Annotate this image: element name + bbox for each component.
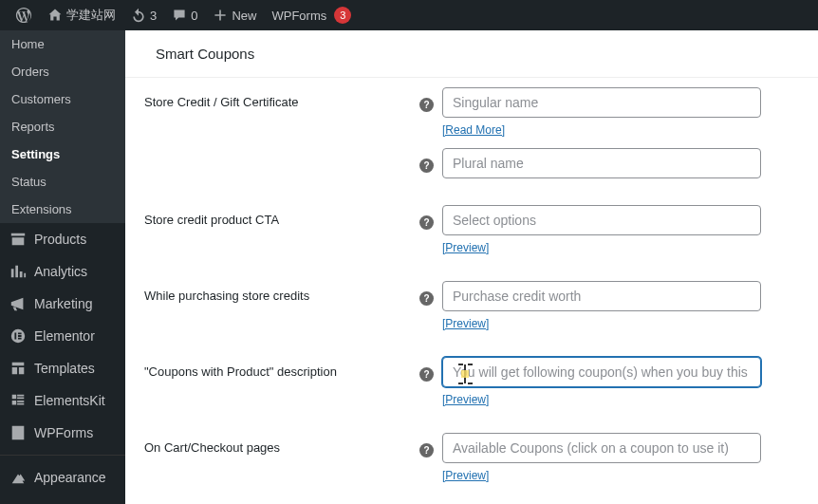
site-link[interactable]: 学建站网 (40, 0, 123, 30)
help-icon[interactable]: ? (419, 159, 434, 173)
sidebar-sub-status[interactable]: Status (0, 168, 125, 196)
sidebar-item-label: Elementor (34, 328, 95, 344)
new-label: New (232, 9, 256, 23)
sidebar-sub-reports[interactable]: Reports (0, 113, 125, 140)
sidebar-item-label: Products (34, 232, 86, 247)
updates-link[interactable]: 3 (123, 0, 164, 30)
settings-body: Store Credit / Gift Certificate ? [Read … (125, 78, 818, 504)
page-title: Smart Coupons (125, 30, 818, 78)
sidebar-item-label: Appearance (34, 470, 106, 485)
preview-link[interactable]: [Preview] (442, 393, 489, 406)
wpforms-link[interactable]: WPForms 3 (264, 0, 359, 30)
sidebar-sub-orders[interactable]: Orders (0, 58, 125, 85)
singular-name-input[interactable] (442, 87, 761, 118)
updates-count: 3 (150, 9, 157, 23)
purchasing-input[interactable] (442, 281, 761, 311)
row-store-credit-plural: ? (144, 148, 799, 178)
preview-link[interactable]: [Preview] (442, 317, 489, 330)
sidebar-separator (0, 455, 125, 456)
sidebar-item-analytics[interactable]: Analytics (0, 255, 125, 288)
analytics-icon (9, 263, 27, 280)
row-coupons-desc: "Coupons with Product" description ? [Pr… (144, 357, 799, 406)
label-coupons-desc: "Coupons with Product" description (144, 357, 419, 379)
preview-link[interactable]: [Preview] (442, 469, 489, 482)
sidebar-item-elementor[interactable]: Elementor (0, 320, 125, 352)
wp-logo[interactable] (8, 0, 40, 30)
sidebar-item-appearance[interactable]: Appearance (0, 461, 125, 494)
comment-icon (172, 8, 187, 23)
sidebar-item-elementskit[interactable]: ElementsKit (0, 384, 125, 417)
refresh-icon (131, 8, 146, 23)
sidebar-sub-home[interactable]: Home (0, 30, 125, 58)
row-cta: Store credit product CTA ? [Preview] (144, 205, 799, 254)
comments-link[interactable]: 0 (164, 0, 205, 30)
label-store-credit: Store Credit / Gift Certificate (144, 87, 419, 109)
wpforms-badge: 3 (334, 7, 351, 24)
plus-icon (213, 8, 228, 23)
label-purchasing: While purchasing store credits (144, 281, 419, 303)
templates-icon (9, 360, 27, 377)
row-purchasing: While purchasing store credits ? [Previe… (144, 281, 799, 330)
sidebar-item-products[interactable]: Products (0, 223, 125, 255)
help-icon[interactable]: ? (419, 215, 434, 230)
help-icon[interactable]: ? (419, 98, 434, 112)
coupons-desc-input[interactable] (442, 357, 761, 387)
products-icon (9, 231, 27, 248)
row-store-credit: Store Credit / Gift Certificate ? [Read … (144, 87, 799, 137)
site-name: 学建站网 (66, 7, 116, 24)
label-cart: On Cart/Checkout pages (144, 433, 419, 455)
wpforms-icon (9, 424, 27, 441)
sidebar-item-label: Templates (34, 361, 95, 376)
row-cart: On Cart/Checkout pages ? [Preview] (144, 433, 799, 482)
main-content: Smart Coupons Store Credit / Gift Certif… (125, 30, 818, 504)
sidebar-item-label: ElementsKit (34, 393, 105, 408)
new-content-link[interactable]: New (205, 0, 264, 30)
home-icon (47, 8, 63, 23)
sidebar-item-label: WPForms (34, 425, 93, 440)
sidebar-item-marketing[interactable]: Marketing (0, 288, 125, 320)
wpforms-label: WPForms (271, 9, 326, 23)
elementskit-icon (9, 392, 27, 409)
help-icon[interactable]: ? (419, 367, 434, 382)
sidebar-sub-extensions[interactable]: Extensions (0, 196, 125, 223)
label-cta: Store credit product CTA (144, 205, 419, 227)
sidebar-sub-settings[interactable]: Settings (0, 140, 125, 168)
help-icon[interactable]: ? (419, 291, 434, 306)
read-more-link[interactable]: [Read More] (442, 123, 505, 137)
sidebar-sub-customers[interactable]: Customers (0, 85, 125, 113)
elementor-icon (9, 327, 27, 345)
wordpress-icon (15, 7, 32, 24)
cart-input[interactable] (442, 433, 761, 463)
marketing-icon (9, 295, 27, 312)
help-icon[interactable]: ? (419, 443, 434, 457)
sidebar-item-templates[interactable]: Templates (0, 352, 125, 384)
sidebar-item-yith[interactable]: YITH (0, 494, 125, 504)
admin-sidebar: Home Orders Customers Reports Settings S… (0, 30, 125, 504)
plural-name-input[interactable] (442, 148, 761, 178)
comments-count: 0 (191, 9, 197, 23)
sidebar-item-label: Analytics (34, 264, 87, 279)
sidebar-item-label: Marketing (34, 296, 92, 311)
sidebar-item-wpforms[interactable]: WPForms (0, 417, 125, 449)
cta-input[interactable] (442, 205, 761, 235)
appearance-icon (9, 469, 27, 486)
preview-link[interactable]: [Preview] (442, 241, 489, 254)
admin-toolbar: 学建站网 3 0 New WPForms 3 (0, 0, 818, 30)
